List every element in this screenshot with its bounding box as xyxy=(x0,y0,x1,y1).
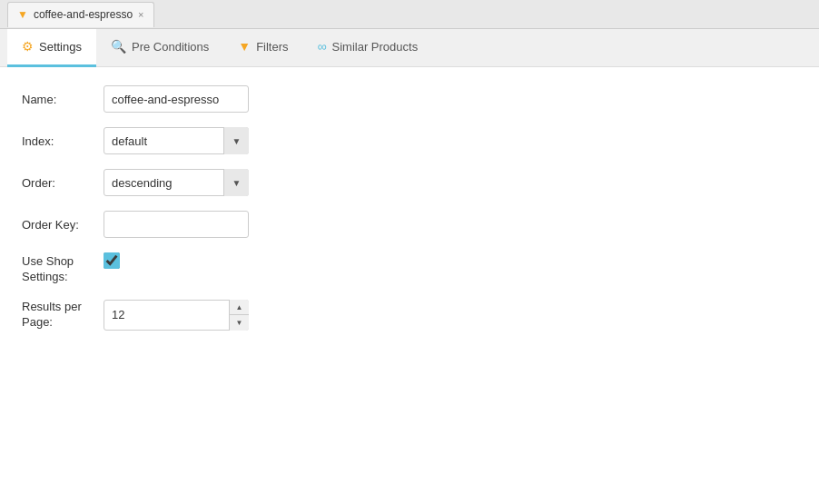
tab-preconditions-label: Pre Conditions xyxy=(132,40,209,54)
results-per-page-row: Results per Page: ▲ ▼ xyxy=(22,300,797,331)
index-select-wrapper: default price name ▼ xyxy=(104,127,249,154)
tab-settings[interactable]: ⚙ Settings xyxy=(7,29,96,67)
nav-tabs: ⚙ Settings 🔍 Pre Conditions ▼ Filters ∞ … xyxy=(0,29,819,67)
main-content: Name: Index: default price name ▼ Order:… xyxy=(0,67,819,504)
index-select[interactable]: default price name xyxy=(104,127,249,154)
tab-settings-label: Settings xyxy=(39,40,82,54)
tab-preconditions[interactable]: 🔍 Pre Conditions xyxy=(96,29,223,67)
tab-similar-label: Similar Products xyxy=(332,40,419,54)
order-select-wrapper: descending ascending ▼ xyxy=(104,169,249,196)
name-input[interactable] xyxy=(104,85,249,113)
filter-small-icon: ▼ xyxy=(17,8,28,21)
top-tab-label: coffee-and-espresso xyxy=(34,8,133,21)
tab-filters[interactable]: ▼ Filters xyxy=(223,29,302,67)
spinner-up-button[interactable]: ▲ xyxy=(230,300,249,316)
close-tab-icon[interactable]: × xyxy=(138,10,143,20)
name-row: Name: xyxy=(22,85,797,113)
top-tab-bar: ▼ coffee-and-espresso × xyxy=(0,0,819,29)
spinner-buttons: ▲ ▼ xyxy=(229,300,249,331)
index-row: Index: default price name ▼ xyxy=(22,127,797,154)
use-shop-checkbox[interactable] xyxy=(104,252,120,269)
order-select[interactable]: descending ascending xyxy=(104,169,249,196)
results-spinner-wrapper: ▲ ▼ xyxy=(104,300,249,331)
similar-icon: ∞ xyxy=(318,39,327,54)
settings-icon: ⚙ xyxy=(22,39,34,54)
order-key-row: Order Key: xyxy=(22,211,797,238)
results-per-page-label: Results per Page: xyxy=(22,300,104,331)
order-label: Order: xyxy=(22,176,104,190)
filters-icon: ▼ xyxy=(238,39,251,54)
use-shop-label: Use Shop Settings: xyxy=(22,252,104,285)
use-shop-row: Use Shop Settings: xyxy=(22,252,797,285)
precond-icon: 🔍 xyxy=(111,39,126,54)
order-key-input[interactable] xyxy=(104,211,249,238)
name-label: Name: xyxy=(22,93,104,106)
top-tab[interactable]: ▼ coffee-and-espresso × xyxy=(7,2,154,27)
spinner-down-button[interactable]: ▼ xyxy=(230,315,249,331)
tab-similar[interactable]: ∞ Similar Products xyxy=(303,29,433,67)
order-row: Order: descending ascending ▼ xyxy=(22,169,797,196)
results-per-page-input[interactable] xyxy=(104,300,249,331)
tab-filters-label: Filters xyxy=(256,40,288,54)
index-label: Index: xyxy=(22,134,104,148)
order-key-label: Order Key: xyxy=(22,218,104,232)
